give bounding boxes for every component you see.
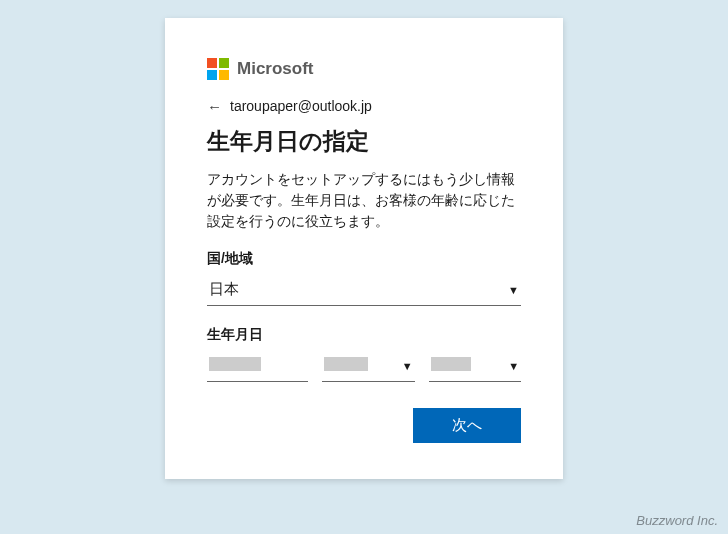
chevron-down-icon: ▼	[508, 360, 521, 372]
microsoft-logo-icon	[207, 58, 229, 80]
page-description: アカウントをセットアップするにはもう少し情報が必要です。生年月日は、お客様の年齢…	[207, 169, 521, 232]
country-label: 国/地域	[207, 250, 521, 268]
dob-month-value	[322, 353, 401, 378]
chevron-down-icon: ▼	[402, 360, 415, 372]
dob-day-value	[429, 353, 508, 378]
dob-year-value	[207, 353, 308, 378]
identity-email[interactable]: taroupaper@outlook.jp	[230, 98, 372, 114]
dob-day-select[interactable]: ▼	[429, 350, 521, 382]
button-row: 次へ	[207, 408, 521, 443]
watermark: Buzzword Inc.	[636, 513, 718, 528]
dob-row: ▼ ▼	[207, 350, 521, 382]
chevron-down-icon: ▼	[508, 284, 521, 296]
country-select[interactable]: 日本 ▼	[207, 274, 521, 306]
dob-year-select[interactable]	[207, 350, 308, 382]
dob-label: 生年月日	[207, 326, 521, 344]
dob-month-select[interactable]: ▼	[322, 350, 414, 382]
back-arrow-icon[interactable]: ←	[207, 99, 222, 114]
brand-row: Microsoft	[207, 58, 521, 80]
brand-name: Microsoft	[237, 59, 314, 79]
country-value: 日本	[207, 276, 508, 303]
page-title: 生年月日の指定	[207, 126, 521, 157]
signup-card: Microsoft ← taroupaper@outlook.jp 生年月日の指…	[165, 18, 563, 479]
next-button[interactable]: 次へ	[413, 408, 521, 443]
identity-row: ← taroupaper@outlook.jp	[207, 98, 521, 114]
